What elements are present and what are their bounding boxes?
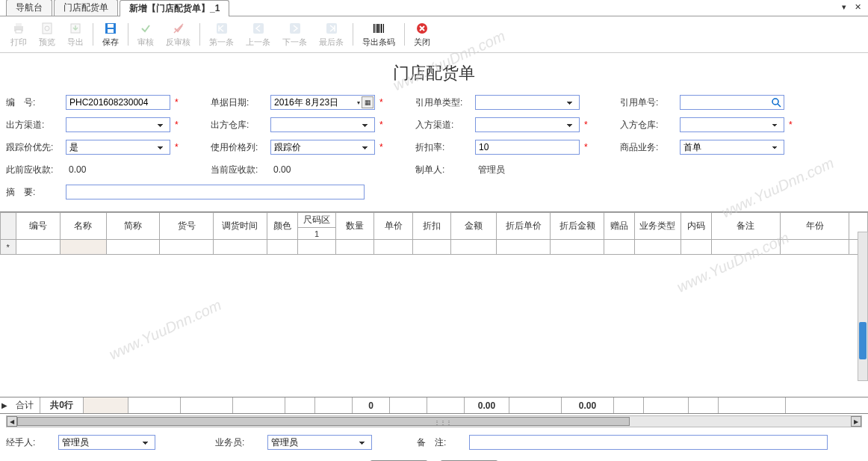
outchannel-select[interactable]: [66, 117, 170, 132]
tab-list[interactable]: 门店配货单: [54, 0, 118, 16]
print-button[interactable]: 打印: [6, 19, 31, 49]
prevrecv-value: 0.00: [66, 164, 170, 175]
tab-nav[interactable]: 导航台: [6, 0, 52, 16]
col-name[interactable]: 名称: [60, 213, 106, 240]
inwh-label: 入方仓库:: [620, 119, 680, 132]
first-button[interactable]: 第一条: [205, 19, 238, 49]
col-innercode[interactable]: 内码: [681, 213, 711, 240]
print-icon: [11, 21, 26, 36]
discount-input[interactable]: [475, 140, 580, 155]
col-year[interactable]: 年份: [780, 213, 849, 240]
outwh-select[interactable]: [270, 117, 375, 132]
totals-row: ▶ 合计 共0行 0 0.00 0.00: [0, 397, 868, 413]
totals-toggle-icon[interactable]: ▶: [0, 401, 9, 409]
totals-qty: 0: [353, 397, 390, 413]
summary-label: 摘 要:: [6, 186, 66, 199]
svg-rect-11: [253, 23, 264, 34]
outwh-label: 出方仓库:: [211, 119, 270, 132]
col-price[interactable]: 单价: [374, 213, 412, 240]
svg-point-21: [772, 99, 778, 105]
unaudit-button[interactable]: 反审核: [161, 19, 195, 49]
export-icon: [68, 21, 83, 36]
last-button[interactable]: 最后条: [314, 19, 348, 49]
col-transfer[interactable]: 调货时间: [214, 213, 267, 240]
outchannel-label: 出方渠道:: [6, 119, 66, 132]
vertical-scrollbar[interactable]: [858, 232, 868, 381]
svg-rect-8: [108, 29, 114, 33]
refno-input[interactable]: [680, 95, 784, 110]
horizontal-scrollbar[interactable]: ◀ ⋮⋮⋮ ▶: [6, 415, 862, 427]
discount-label: 折扣率:: [415, 141, 475, 154]
export-button[interactable]: 导出: [63, 19, 88, 49]
data-grid: 编号 名称 简称 货号 调货时间 颜色 尺码区 数量 单价 折扣 金额 折后单价…: [0, 211, 868, 414]
save-button[interactable]: 保存: [98, 19, 123, 49]
tab-new[interactable]: 新增【门店配货单】_1: [120, 0, 229, 16]
uncheck-icon: [171, 21, 186, 36]
col-afterprice[interactable]: 折后单价: [497, 213, 551, 240]
col-sizezone[interactable]: 尺码区: [297, 213, 335, 228]
remark-input[interactable]: [469, 435, 828, 450]
col-no[interactable]: 编号: [16, 213, 60, 240]
svg-rect-13: [326, 23, 337, 34]
pricecol-select[interactable]: 跟踪价: [270, 140, 375, 155]
col-discount[interactable]: 折扣: [412, 213, 450, 240]
next-icon: [288, 21, 303, 36]
inchannel-label: 入方渠道:: [415, 119, 475, 132]
vscroll-thumb[interactable]: [859, 322, 867, 359]
totals-label: 合计: [9, 397, 40, 413]
col-afteramount[interactable]: 折后金额: [551, 213, 604, 240]
col-size-1[interactable]: 1: [297, 228, 335, 240]
svg-rect-19: [383, 24, 384, 33]
biz-select[interactable]: 首单: [680, 140, 784, 155]
col-amount[interactable]: 金额: [450, 213, 497, 240]
scroll-right-icon[interactable]: ▶: [851, 416, 861, 427]
col-qty[interactable]: 数量: [336, 213, 374, 240]
handler-label: 经手人:: [6, 436, 58, 449]
track-select[interactable]: 是: [66, 140, 170, 155]
tabs-close-icon[interactable]: ✕: [855, 2, 862, 11]
search-icon[interactable]: [771, 97, 781, 108]
svg-line-22: [778, 104, 781, 107]
col-color[interactable]: 颜色: [267, 213, 297, 240]
dropdown-icon[interactable]: ▾: [357, 99, 360, 106]
next-button[interactable]: 下一条: [278, 19, 311, 49]
grid-body[interactable]: [0, 255, 868, 397]
col-short[interactable]: 简称: [106, 213, 160, 240]
summary-input[interactable]: [66, 185, 365, 199]
pricecol-label: 使用价格列:: [211, 141, 270, 154]
col-sku[interactable]: 货号: [160, 213, 214, 240]
svg-rect-10: [217, 23, 227, 34]
col-remark[interactable]: 备注: [711, 213, 780, 240]
inwh-select[interactable]: [680, 117, 784, 132]
scroll-thumb[interactable]: [17, 417, 630, 426]
tabs-menu-icon[interactable]: ▾: [842, 2, 847, 11]
barcode-icon: [371, 21, 386, 36]
prev-button[interactable]: 上一条: [241, 19, 275, 49]
biz-label: 商品业务:: [620, 141, 680, 154]
code-input[interactable]: [66, 95, 170, 110]
calendar-icon[interactable]: ▦: [362, 96, 373, 108]
close-button[interactable]: 关闭: [409, 19, 435, 49]
prevrecv-label: 此前应收款:: [6, 164, 66, 176]
col-biztype[interactable]: 业务类型: [635, 213, 681, 240]
handler-select[interactable]: 管理员: [58, 435, 155, 450]
inchannel-select[interactable]: [475, 117, 580, 132]
refno-label: 引用单号:: [620, 96, 680, 109]
footer-buttons: 扫描条码 条码导入: [0, 454, 868, 461]
footer-form: 经手人: 管理员 业务员: 管理员 备 注:: [0, 430, 868, 454]
col-gift[interactable]: 赠品: [604, 213, 635, 240]
svg-rect-2: [16, 30, 22, 33]
audit-button[interactable]: 审核: [133, 19, 158, 49]
sales-select[interactable]: 管理员: [267, 435, 372, 450]
reftype-select[interactable]: [475, 95, 580, 110]
tabs-bar: 导航台 门店配货单 新增【门店配货单】_1 ▾ ✕: [0, 0, 868, 16]
svg-rect-15: [376, 24, 376, 33]
prev-icon: [251, 21, 266, 36]
close-icon: [415, 21, 430, 36]
tabs-controls: ▾ ✕: [837, 2, 862, 12]
table-row[interactable]: *: [1, 240, 868, 255]
export-barcode-button[interactable]: 导出条码: [358, 19, 400, 49]
svg-rect-3: [43, 23, 52, 34]
preview-button[interactable]: 预览: [34, 19, 60, 49]
scroll-left-icon[interactable]: ◀: [7, 416, 17, 427]
